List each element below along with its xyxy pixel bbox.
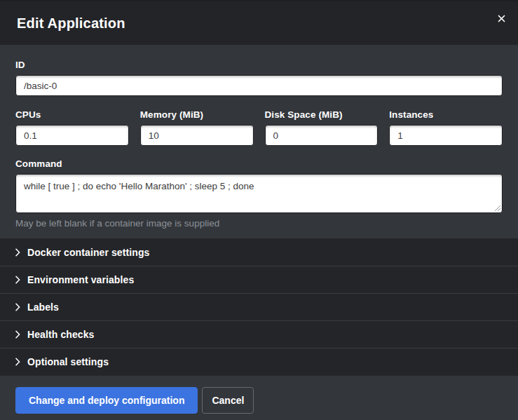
section-row-docker-container-settings[interactable]: Docker container settings	[0, 238, 518, 266]
section-label: Environment variables	[27, 274, 134, 285]
section-label: Labels	[27, 302, 59, 313]
section-label: Health checks	[27, 329, 94, 340]
modal-header: Edit Application	[0, 0, 518, 45]
id-field-label: ID	[15, 60, 503, 70]
section-row-optional-settings[interactable]: Optional settings	[0, 348, 518, 375]
chevron-right-icon	[15, 248, 20, 257]
memory-input[interactable]	[140, 125, 254, 146]
modal-footer: Change and deploy configuration Cancel	[0, 375, 518, 420]
modal-body: ID CPUs Memory (MiB) Disk Space (MiB) In…	[0, 45, 518, 238]
cpus-field-label: CPUs	[15, 109, 129, 120]
disk-field-label: Disk Space (MiB)	[265, 109, 379, 120]
disk-field-group: Disk Space (MiB)	[265, 109, 379, 146]
edit-application-modal: Edit Application ID CPUs Memory (MiB)	[0, 0, 518, 420]
id-input[interactable]	[15, 75, 503, 96]
command-help-text: May be left blank if a container image i…	[15, 218, 503, 229]
page-title: Edit Application	[17, 15, 125, 32]
memory-field-group: Memory (MiB)	[140, 109, 254, 146]
disk-input[interactable]	[265, 125, 379, 146]
memory-field-label: Memory (MiB)	[140, 109, 254, 120]
command-textarea[interactable]: while [ true ] ; do echo 'Hello Marathon…	[15, 174, 503, 213]
close-button[interactable]	[493, 10, 510, 27]
change-and-deploy-button[interactable]: Change and deploy configuration	[15, 387, 198, 414]
cpus-field-group: CPUs	[15, 109, 129, 146]
section-row-health-checks[interactable]: Health checks	[0, 320, 518, 348]
chevron-right-icon	[15, 330, 20, 339]
cpus-input[interactable]	[15, 125, 129, 146]
instances-input[interactable]	[389, 125, 503, 146]
section-row-environment-variables[interactable]: Environment variables	[0, 266, 518, 293]
cancel-button[interactable]: Cancel	[202, 387, 254, 414]
section-row-labels[interactable]: Labels	[0, 293, 518, 320]
close-icon	[498, 15, 505, 22]
resources-row: CPUs Memory (MiB) Disk Space (MiB) Insta…	[15, 109, 503, 146]
section-label: Docker container settings	[27, 247, 149, 258]
command-field-label: Command	[15, 158, 503, 169]
instances-field-label: Instances	[389, 109, 503, 120]
chevron-right-icon	[15, 303, 20, 311]
command-field-group: Command while [ true ] ; do echo 'Hello …	[15, 158, 503, 229]
chevron-right-icon	[15, 276, 20, 284]
section-label: Optional settings	[27, 356, 109, 367]
id-field-group: ID	[15, 60, 503, 96]
instances-field-group: Instances	[389, 109, 503, 146]
accordion-sections: Docker container settings Environment va…	[0, 238, 518, 375]
chevron-right-icon	[15, 358, 20, 366]
